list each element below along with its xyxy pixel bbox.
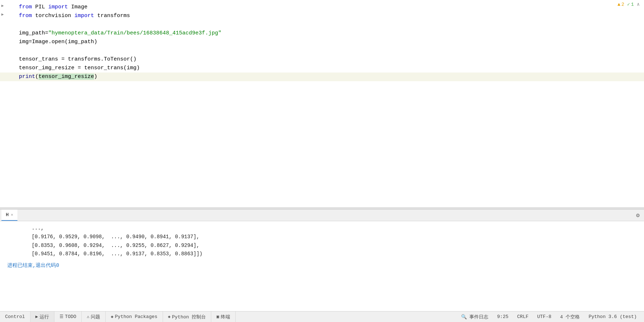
gutter-arrow-9 [0, 73, 5, 81]
tab-close-icon[interactable]: × [11, 213, 13, 217]
todo-label: TODO [65, 314, 76, 319]
line-ending[interactable]: CRLF [516, 314, 530, 319]
line-content-4[interactable]: img_path="hymenoptera_data/Train/bees/16… [15, 29, 644, 38]
code-block: ▶ from PIL import Image ▶ from torchvisi… [0, 0, 644, 84]
line-content-9[interactable]: print(tensor_img_resize) [15, 73, 644, 81]
event-log-label: 事件日志 [469, 314, 488, 320]
code-line-9: print(tensor_img_resize) [0, 73, 644, 81]
line-content-8[interactable]: tensor_img_resize = tensor_trans(img) [15, 64, 644, 73]
cursor-position: 9:25 [496, 314, 510, 319]
ok-count: 1 [631, 2, 634, 7]
ok-badge: ✓ 1 [627, 1, 634, 7]
console-panel: H × ⚙ ..., [0.9176, 0.9529, 0.9098, ...,… [0, 210, 644, 311]
keyword-import-1: import [48, 4, 68, 10]
ok-icon: ✓ [627, 1, 630, 7]
problems-label: 问题 [91, 314, 100, 320]
console-label: Python 控制台 [172, 314, 206, 320]
console-tab-bar: H × ⚙ [0, 210, 644, 221]
line-number-6 [5, 46, 15, 55]
code-line-8: tensor_img_resize = tensor_trans(img) [0, 64, 644, 73]
paren-content: tensor_img_resize [38, 74, 94, 80]
output-line-3: [0.8353, 0.9608, 0.9294, ..., 0.9255, 0.… [0, 242, 644, 250]
line-content-6[interactable] [15, 46, 644, 55]
line-number-7 [5, 55, 15, 64]
tab-run-label: H [6, 212, 9, 218]
code-line-6 [0, 46, 644, 55]
output-line-4: [0.9451, 0.8784, 0.8196, ..., 0.9137, 0.… [0, 250, 644, 259]
editor-area: ▲ 2 ✓ 1 ∧ ▶ from PIL import Image ▶ from… [0, 0, 644, 207]
search-icon: 🔍 [461, 314, 467, 320]
status-tab-python-console[interactable]: ◈ Python 控制台 [163, 311, 212, 322]
line-number-8 [5, 64, 15, 73]
gutter-arrow-8 [0, 64, 5, 73]
status-right: 🔍 事件日志 9:25 CRLF UTF-8 4 个空格 Python 3.6 … [460, 314, 644, 320]
warning-icon: ▲ [617, 2, 620, 7]
status-tab-run[interactable]: ▶ 运行 [30, 311, 54, 322]
code-line-2: ▶ from torchvision import transforms [0, 12, 644, 20]
control-label: Control [5, 314, 25, 319]
line-number-9 [5, 73, 15, 81]
keyword-import-2: import [74, 13, 94, 19]
event-log[interactable]: 🔍 事件日志 [460, 314, 490, 320]
gutter-arrow-4 [0, 29, 5, 38]
indent-size[interactable]: 4 个空格 [559, 314, 582, 320]
keyword-from-1: from [19, 4, 32, 10]
packages-icon: ◈ [111, 314, 113, 319]
gutter-arrow-7 [0, 55, 5, 64]
builtin-print: print [19, 74, 35, 80]
gutter-arrow-3 [0, 20, 5, 29]
terminal-label: 终端 [221, 314, 230, 320]
line-number-3 [5, 20, 15, 29]
gutter-arrow-5 [0, 38, 5, 46]
status-tab-control[interactable]: Control [0, 311, 30, 322]
code-line-3 [0, 20, 644, 29]
editor-content[interactable]: ▶ from PIL import Image ▶ from torchvisi… [0, 0, 644, 207]
packages-label: Python Packages [115, 314, 158, 319]
code-line-4: img_path="hymenoptera_data/Train/bees/16… [0, 29, 644, 38]
console-icon: ◈ [168, 314, 171, 319]
line-content-5[interactable]: img=Image.open(img_path) [15, 38, 644, 46]
charset[interactable]: UTF-8 [536, 314, 553, 319]
output-line-1: ..., [0, 224, 644, 233]
warning-count: 2 [621, 2, 624, 7]
warning-badge: ▲ 2 [617, 2, 624, 7]
code-line-1: ▶ from PIL import Image [0, 3, 644, 12]
settings-icon[interactable]: ⚙ [633, 210, 643, 220]
status-tab-todo[interactable]: ☰ TODO [54, 311, 82, 322]
editor-top-bar: ▲ 2 ✓ 1 ∧ [613, 0, 644, 9]
gutter-arrow-2: ▶ [0, 12, 5, 20]
problems-icon: ⚠ [87, 314, 89, 319]
run-icon: ▶ [36, 314, 38, 319]
console-output: ..., [0.9176, 0.9529, 0.9098, ..., 0.949… [0, 221, 644, 311]
line-number-5 [5, 38, 15, 46]
line-content-1[interactable]: from PIL import Image [15, 3, 644, 12]
gutter-arrow-6 [0, 46, 5, 55]
line-content-2[interactable]: from torchvision import transforms [15, 12, 644, 20]
keyword-from-2: from [19, 13, 32, 19]
status-tab-problems[interactable]: ⚠ 问题 [82, 311, 106, 322]
code-line-5: img=Image.open(img_path) [0, 38, 644, 46]
line-number-4 [5, 29, 15, 38]
gutter-arrow-1: ▶ [0, 3, 5, 12]
status-bar: Control ▶ 运行 ☰ TODO ⚠ 问题 ◈ Python Packag… [0, 311, 644, 322]
line-number-2 [5, 12, 15, 20]
caret-up-icon[interactable]: ∧ [637, 1, 640, 7]
todo-icon: ☰ [60, 314, 64, 319]
output-line-2: [0.9176, 0.9529, 0.9098, ..., 0.9490, 0.… [0, 233, 644, 242]
terminal-icon: ▣ [216, 314, 219, 319]
status-tab-terminal[interactable]: ▣ 终端 [211, 311, 235, 322]
run-label: 运行 [40, 314, 49, 320]
line-content-7[interactable]: tensor_trans = transforms.ToTensor() [15, 55, 644, 64]
line-number-1 [5, 3, 15, 12]
status-tabs: Control ▶ 运行 ☰ TODO ⚠ 问题 ◈ Python Packag… [0, 311, 236, 322]
string-path: "hymenoptera_data/Train/bees/16838648_41… [48, 30, 221, 36]
process-end-line: 进程已结束,退出代码0 [0, 261, 644, 270]
python-interpreter[interactable]: Python 3.6 (test) [587, 314, 638, 319]
line-content-3[interactable] [15, 20, 644, 29]
code-line-7: tensor_trans = transforms.ToTensor() [0, 55, 644, 64]
status-tab-python-packages[interactable]: ◈ Python Packages [106, 311, 163, 322]
tab-run[interactable]: H × [1, 210, 17, 221]
